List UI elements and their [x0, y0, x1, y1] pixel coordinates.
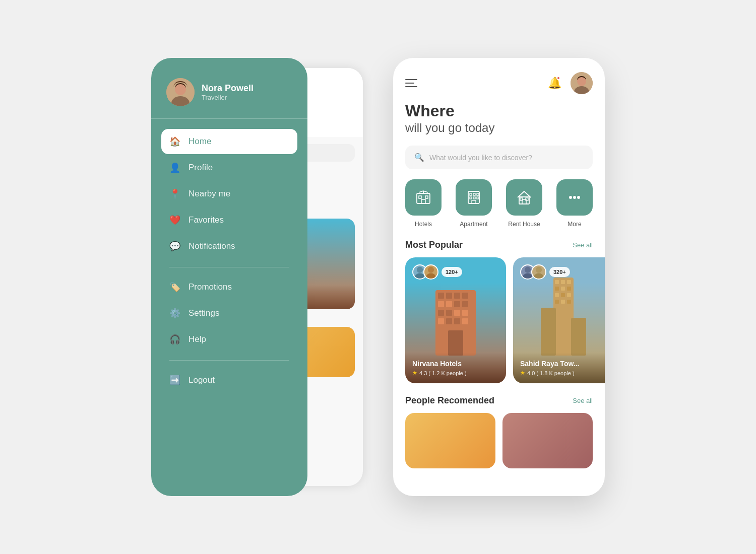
hamburger-button[interactable]: [405, 75, 422, 92]
svg-point-57: [525, 267, 531, 273]
search-placeholder-text: What would you like to discover?: [429, 154, 532, 162]
nav-label-logout: Logout: [188, 375, 215, 385]
svg-rect-21: [470, 193, 472, 195]
svg-point-59: [536, 267, 542, 273]
search-bar[interactable]: 🔍 What would you like to discover?: [405, 146, 593, 169]
svg-rect-74: [561, 300, 565, 304]
svg-rect-55: [462, 318, 468, 324]
sidebar-user-role: Traveller: [202, 94, 254, 101]
svg-rect-25: [473, 197, 475, 199]
category-more[interactable]: More: [556, 179, 593, 228]
card-count-badge-2: 320+: [549, 267, 570, 277]
svg-rect-48: [438, 310, 444, 316]
sidebar-user-name: Nora Powell: [202, 83, 254, 94]
nav-item-nearby[interactable]: 📍 Nearby me: [161, 181, 297, 206]
left-phone: Nora Powell Traveller 🏠 Home 👤 Profile 📍…: [151, 58, 363, 496]
svg-rect-51: [462, 310, 468, 316]
most-popular-header: Most Popular See all: [393, 240, 605, 257]
svg-rect-73: [555, 300, 559, 304]
nav-item-notifications[interactable]: 💬 Notifications: [161, 234, 297, 259]
nav-item-promotions[interactable]: 🏷️ Promotions: [161, 274, 297, 300]
sidebar-panel: Nora Powell Traveller 🏠 Home 👤 Profile 📍…: [151, 58, 307, 496]
card-sahid-rating-text: 4.0 ( 1.8 K people ): [527, 370, 575, 376]
notifications-icon: 💬: [169, 241, 180, 252]
card-nirvana-overlay: Nirvana Hotels ★ 4.3 ( 1.2 K people ): [405, 353, 506, 383]
svg-rect-69: [567, 287, 571, 291]
people-see-all[interactable]: See all: [573, 397, 593, 404]
rent-house-label: Rent House: [508, 221, 540, 228]
apartment-icon-box: [456, 179, 492, 216]
svg-rect-42: [454, 293, 460, 299]
svg-rect-72: [567, 293, 571, 297]
svg-line-19: [423, 191, 428, 192]
nav-item-settings[interactable]: ⚙️ Settings: [161, 301, 297, 326]
property-card-nirvana[interactable]: 120+: [405, 257, 506, 383]
category-rent-house[interactable]: Rent House: [506, 179, 542, 228]
card-nirvana-name: Nirvana Hotels: [412, 360, 499, 368]
star-icon-1: ★: [412, 370, 417, 376]
nav-item-home[interactable]: 🏠 Home: [161, 129, 297, 154]
card-sahid-name: Sahid Raya Tow...: [520, 360, 605, 368]
svg-rect-46: [454, 301, 460, 307]
bell-notification-dot: [556, 76, 560, 80]
svg-rect-64: [555, 280, 559, 284]
user-avatar-button[interactable]: [571, 72, 593, 94]
most-popular-see-all[interactable]: See all: [573, 241, 593, 249]
category-apartment[interactable]: Apartment: [456, 179, 492, 228]
svg-rect-52: [438, 318, 444, 324]
svg-rect-75: [567, 300, 571, 304]
svg-rect-56: [448, 330, 463, 356]
svg-rect-24: [470, 197, 472, 199]
category-hotels[interactable]: Hotels: [405, 179, 442, 228]
nav-item-profile[interactable]: 👤 Profile: [161, 155, 297, 180]
svg-rect-65: [561, 280, 565, 284]
nav-label-help: Help: [188, 334, 206, 344]
categories-row: Hotels Apartment: [393, 179, 605, 240]
people-recommended-title: People Recomended: [405, 395, 494, 406]
promotions-icon: 🏷️: [169, 282, 180, 293]
people-cards-row: [405, 413, 593, 468]
svg-rect-43: [462, 293, 468, 299]
svg-point-32: [569, 196, 572, 199]
main-title-sub: will you go today: [405, 120, 593, 135]
card-sahid-rating: ★ 4.0 ( 1.8 K people ): [520, 370, 605, 376]
home-icon: 🏠: [169, 136, 180, 147]
nav-label-settings: Settings: [188, 308, 219, 318]
svg-rect-23: [477, 193, 479, 195]
nav-label-nearby: Nearby me: [188, 189, 230, 199]
svg-rect-66: [567, 280, 571, 284]
svg-point-35: [417, 267, 423, 273]
search-icon: 🔍: [414, 153, 424, 162]
nav-item-help[interactable]: 🎧 Help: [161, 327, 297, 352]
svg-rect-70: [555, 293, 559, 297]
hamburger-line-2: [405, 83, 414, 84]
nav-item-logout[interactable]: ➡️ Logout: [161, 368, 297, 393]
property-card-sahid[interactable]: 320+: [513, 257, 605, 383]
right-header: 🔔: [393, 58, 605, 102]
nav-divider-bottom: [169, 360, 289, 361]
bell-button[interactable]: 🔔: [545, 74, 563, 92]
nav-label-home: Home: [188, 136, 211, 147]
property-cards-row: 120+: [393, 257, 605, 395]
svg-rect-15: [425, 196, 428, 198]
svg-point-33: [573, 196, 576, 199]
settings-icon: ⚙️: [169, 308, 180, 319]
svg-rect-14: [419, 196, 421, 198]
profile-icon: 👤: [169, 162, 180, 173]
hamburger-line-3: [405, 86, 417, 87]
card-nirvana-rating: ★ 4.3 ( 1.2 K people ): [412, 370, 499, 376]
people-card-2[interactable]: [502, 413, 593, 468]
nav-item-favorites[interactable]: ❤️ Favorites: [161, 207, 297, 233]
header-icons: 🔔: [545, 72, 593, 94]
card-avatar-2: [423, 264, 438, 280]
nav-label-promotions: Promotions: [188, 282, 232, 292]
card-sahid-overlay: Sahid Raya Tow... ★ 4.0 ( 1.8 K people ): [513, 353, 605, 383]
more-icon-box: [556, 179, 593, 216]
logout-icon: ➡️: [169, 375, 180, 386]
people-card-1[interactable]: [405, 413, 495, 468]
svg-point-58: [523, 273, 532, 279]
sidebar-nav: 🏠 Home 👤 Profile 📍 Nearby me ❤️ Favorite…: [151, 124, 307, 476]
svg-rect-44: [438, 301, 444, 307]
svg-rect-22: [473, 193, 475, 195]
svg-rect-53: [446, 318, 452, 324]
